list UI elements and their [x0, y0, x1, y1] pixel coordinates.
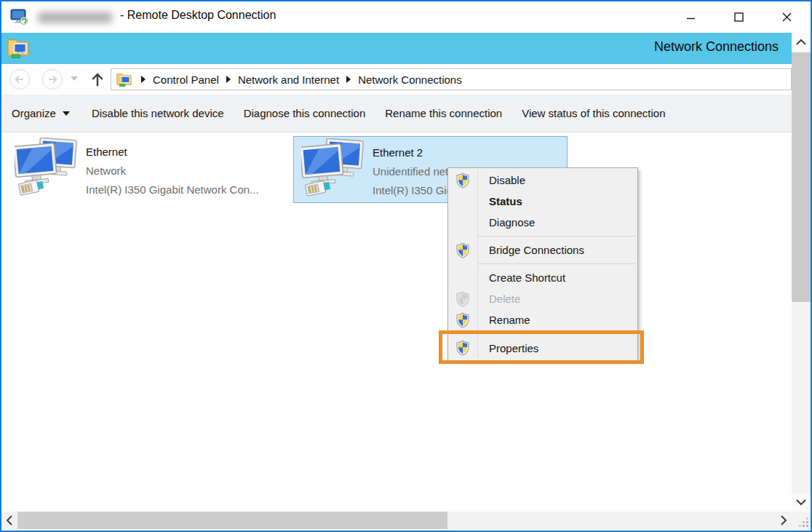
breadcrumb-network-and-internet[interactable]: Network and Internet — [238, 74, 339, 86]
menu-item-status[interactable]: Status — [448, 191, 637, 212]
menu-label: Diagnose — [489, 216, 535, 229]
navigation-bar: Control Panel Network and Internet Netwo… — [1, 64, 792, 95]
breadcrumb-control-panel[interactable]: Control Panel — [153, 74, 219, 86]
menu-item-create-shortcut[interactable]: Create Shortcut — [448, 267, 637, 288]
back-button[interactable] — [9, 68, 31, 90]
forward-button[interactable] — [41, 68, 63, 90]
menu-item-disable[interactable]: Disable — [448, 170, 637, 191]
menu-item-diagnose[interactable]: Diagnose — [448, 212, 637, 233]
address-folder-icon — [116, 71, 134, 87]
recent-pages-dropdown-icon[interactable] — [71, 76, 78, 81]
organize-button[interactable]: Organize — [12, 107, 70, 119]
scroll-down-button[interactable] — [792, 493, 811, 512]
menu-separator — [478, 236, 635, 237]
app-header: Network Connections — [1, 33, 792, 64]
network-adapter-icon — [15, 138, 79, 200]
menu-item-rename[interactable]: Rename — [448, 309, 637, 330]
connection-name: Ethernet 2 — [373, 143, 471, 162]
rdp-app-icon — [10, 9, 29, 25]
menu-label: Create Shortcut — [489, 271, 565, 284]
menu-label: Disable — [489, 174, 525, 186]
menu-item-bridge-connections[interactable]: Bridge Connections — [448, 239, 637, 261]
command-toolbar: Organize Disable this network device Dia… — [1, 95, 792, 132]
chevron-up-icon — [795, 39, 807, 46]
chevron-right-icon — [780, 515, 787, 526]
address-bar[interactable]: Control Panel Network and Internet Netwo… — [111, 68, 792, 90]
organize-dropdown-icon — [63, 111, 70, 116]
diagnose-connection-command[interactable]: Diagnose this connection — [244, 107, 366, 119]
network-adapter-icon — [301, 138, 365, 201]
close-button[interactable] — [763, 1, 811, 33]
breadcrumb-network-connections[interactable]: Network Connections — [358, 74, 462, 86]
vertical-scrollbar-thumb[interactable] — [792, 52, 811, 302]
up-one-level-button[interactable] — [89, 71, 106, 88]
rdp-titlebar: - Remote Desktop Connection — [1, 1, 811, 33]
rename-connection-command[interactable]: Rename this connection — [385, 107, 502, 119]
menu-item-delete-disabled: Delete — [448, 288, 637, 309]
connection-tile-text: Ethernet Network Intel(R) I350 Gigabit N… — [86, 136, 259, 203]
horizontal-scrollbar[interactable] — [1, 512, 792, 529]
scroll-left-button[interactable] — [1, 512, 17, 529]
connection-device: Intel(R) I350 Gigabit Network Con... — [86, 180, 259, 199]
chevron-left-icon — [6, 515, 13, 526]
connections-list: Ethernet Network Intel(R) I350 Gigabit N… — [1, 132, 792, 512]
connection-tile-ethernet[interactable]: Ethernet Network Intel(R) I350 Gigabit N… — [7, 136, 290, 203]
resize-grip-icon[interactable] — [806, 525, 808, 527]
menu-label: Delete — [489, 293, 520, 305]
window-controls — [666, 1, 811, 33]
menu-label: Bridge Connections — [489, 244, 584, 256]
scroll-right-button[interactable] — [776, 512, 792, 529]
uac-shield-icon — [455, 312, 471, 328]
maximize-button[interactable] — [715, 1, 763, 33]
minimize-button[interactable] — [666, 1, 715, 33]
breadcrumb-separator-icon — [226, 76, 231, 83]
horizontal-scrollbar-thumb[interactable] — [17, 512, 447, 529]
menu-label: Status — [489, 195, 522, 207]
menu-label: Rename — [489, 314, 530, 326]
scroll-up-button[interactable] — [792, 33, 811, 52]
redacted-host-address — [38, 12, 112, 23]
breadcrumb-separator-icon — [141, 76, 146, 83]
scrollbar-corner — [792, 512, 811, 529]
breadcrumb-separator-icon — [346, 76, 351, 83]
network-connections-folder-icon — [7, 36, 32, 59]
window-title: - Remote Desktop Connection — [120, 9, 276, 22]
rdp-window: - Remote Desktop Connection Network Co — [0, 0, 812, 532]
uac-shield-icon — [455, 172, 471, 188]
maximize-icon — [734, 12, 744, 22]
disable-device-command[interactable]: Disable this network device — [92, 107, 224, 119]
menu-separator — [478, 263, 635, 264]
connection-name: Ethernet — [86, 143, 259, 162]
page-title: Network Connections — [654, 39, 779, 55]
chevron-down-icon — [795, 499, 807, 506]
annotation-highlight-properties — [439, 330, 644, 364]
view-status-command[interactable]: View status of this connection — [522, 107, 665, 119]
uac-shield-icon — [455, 242, 471, 258]
uac-shield-disabled-icon — [455, 291, 471, 307]
close-icon — [782, 12, 792, 22]
organize-label: Organize — [12, 107, 56, 119]
minimize-icon — [686, 12, 696, 22]
connection-status: Network — [86, 162, 259, 180]
vertical-scrollbar[interactable] — [792, 33, 811, 512]
